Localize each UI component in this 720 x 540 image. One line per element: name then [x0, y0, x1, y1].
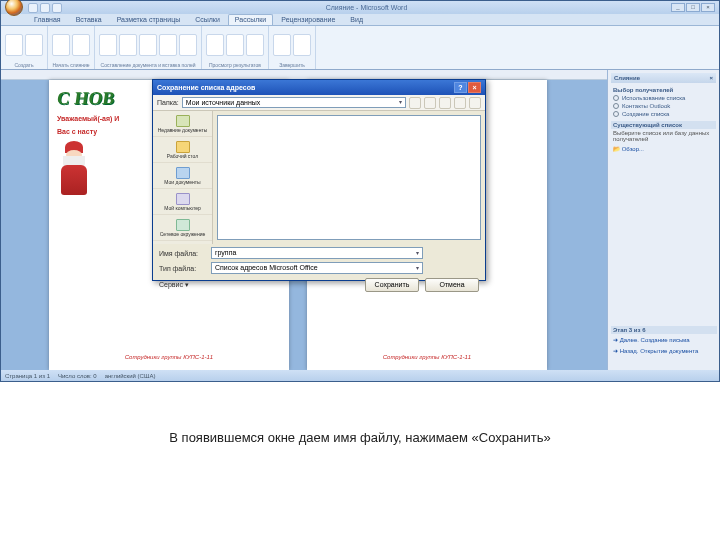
- filetype-combo[interactable]: Список адресов Microsoft Office: [211, 262, 423, 274]
- dialog-toolbar: Папка: Мои источники данных: [153, 95, 485, 111]
- radio-icon: [613, 111, 619, 117]
- office-button[interactable]: [5, 0, 23, 16]
- folder-icon: [176, 115, 190, 127]
- save-button[interactable]: Сохранить: [365, 278, 419, 292]
- ribbon-group-2: Составление документа и вставка полей: [95, 26, 202, 69]
- ribbon-button[interactable]: [99, 34, 117, 56]
- ribbon-group-label: Создать: [14, 62, 33, 68]
- recipient-option-1[interactable]: Контакты Outlook: [611, 102, 716, 110]
- status-words[interactable]: Число слов: 0: [58, 373, 97, 379]
- back-button[interactable]: [409, 97, 421, 109]
- ribbon-group-label: Составление документа и вставка полей: [101, 62, 196, 68]
- folder-icon: [176, 167, 190, 179]
- ribbon-button[interactable]: [293, 34, 311, 56]
- taskpane-subheader: Существующий список: [611, 121, 716, 129]
- ribbon-tabs: ГлавнаяВставкаРазметка страницыСсылкиРас…: [1, 14, 719, 26]
- prev-step-link[interactable]: ➜ Назад. Открытие документа: [611, 345, 717, 356]
- filename-label: Имя файла:: [159, 250, 207, 257]
- status-page[interactable]: Страница 1 из 1: [5, 373, 50, 379]
- ribbon-button[interactable]: [25, 34, 43, 56]
- taskpane-section-title: Выбор получателей: [611, 86, 716, 94]
- ribbon-group-3: Просмотр результатов: [202, 26, 269, 69]
- place-4[interactable]: Сетевое окружение: [153, 215, 212, 241]
- save-as-dialog: Сохранение списка адресов ? × Папка: Мои…: [152, 79, 486, 281]
- tab-1[interactable]: Вставка: [69, 14, 109, 25]
- tools-menu[interactable]: Сервис ▾: [159, 281, 189, 289]
- folder-icon: [176, 219, 190, 231]
- ribbon-group-label: Завершить: [279, 62, 305, 68]
- mailmerge-taskpane: Слияние × Выбор получателей Использовани…: [607, 70, 719, 370]
- taskpane-hint: Выберите список или базу данных получате…: [611, 129, 716, 143]
- ribbon-group-4: Завершить: [269, 26, 316, 69]
- ribbon-button[interactable]: [139, 34, 157, 56]
- tab-4[interactable]: Рассылки: [228, 14, 273, 25]
- status-lang[interactable]: английский (США): [105, 373, 156, 379]
- browse-link[interactable]: 📂 Обзор...: [611, 143, 716, 154]
- slide-caption: В появившемся окне даем имя файлу, нажим…: [0, 430, 720, 445]
- place-2[interactable]: Мои документы: [153, 163, 212, 189]
- views-button[interactable]: [469, 97, 481, 109]
- dialog-close-button[interactable]: ×: [468, 82, 481, 93]
- maximize-button[interactable]: □: [686, 3, 700, 12]
- window-controls: _ □ ×: [671, 3, 715, 12]
- ribbon-button[interactable]: [119, 34, 137, 56]
- filename-input[interactable]: группа: [211, 247, 423, 259]
- ribbon-button[interactable]: [226, 34, 244, 56]
- ribbon-button[interactable]: [72, 34, 90, 56]
- filetype-label: Тип файла:: [159, 265, 207, 272]
- taskpane-section-recipients: Выбор получателей Использование спискаКо…: [611, 86, 716, 118]
- ribbon-button[interactable]: [246, 34, 264, 56]
- tab-2[interactable]: Разметка страницы: [110, 14, 188, 25]
- close-button[interactable]: ×: [701, 3, 715, 12]
- place-3[interactable]: Мой компьютер: [153, 189, 212, 215]
- ribbon-button[interactable]: [273, 34, 291, 56]
- radio-icon: [613, 95, 619, 101]
- dialog-help-button[interactable]: ?: [454, 82, 467, 93]
- delete-button[interactable]: [439, 97, 451, 109]
- radio-icon: [613, 103, 619, 109]
- places-bar: Недавние документыРабочий столМои докуме…: [153, 111, 213, 244]
- status-bar: Страница 1 из 1 Число слов: 0 английский…: [1, 370, 719, 381]
- page-footer: Сотрудники группы КУПС-1-11: [49, 354, 289, 360]
- santa-image: [57, 141, 91, 195]
- place-1[interactable]: Рабочий стол: [153, 137, 212, 163]
- folder-icon: [176, 193, 190, 205]
- dialog-title: Сохранение списка адресов: [157, 84, 255, 91]
- lookin-label: Папка:: [157, 99, 179, 106]
- ribbon-button[interactable]: [179, 34, 197, 56]
- ribbon-group-1: Начать слияние: [48, 26, 95, 69]
- up-button[interactable]: [424, 97, 436, 109]
- window-title: Слияние - Microsoft Word: [62, 4, 671, 11]
- ribbon-button[interactable]: [159, 34, 177, 56]
- ribbon-button[interactable]: [52, 34, 70, 56]
- place-0[interactable]: Недавние документы: [153, 111, 212, 137]
- titlebar: Слияние - Microsoft Word _ □ ×: [1, 1, 719, 14]
- ribbon-button[interactable]: [206, 34, 224, 56]
- newfolder-button[interactable]: [454, 97, 466, 109]
- ribbon-group-label: Начать слияние: [52, 62, 89, 68]
- folder-icon: [176, 141, 190, 153]
- ribbon-button[interactable]: [5, 34, 23, 56]
- cancel-button[interactable]: Отмена: [425, 278, 479, 292]
- ribbon-group-0: Создать: [1, 26, 48, 69]
- file-list[interactable]: [217, 115, 481, 240]
- dialog-titlebar[interactable]: Сохранение списка адресов ? ×: [153, 80, 485, 95]
- tab-5[interactable]: Рецензирование: [274, 14, 342, 25]
- page-footer: Сотрудники группы КУПС-1-11: [307, 354, 547, 360]
- ribbon-group-label: Просмотр результатов: [209, 62, 261, 68]
- tab-3[interactable]: Ссылки: [188, 14, 227, 25]
- tab-0[interactable]: Главная: [27, 14, 68, 25]
- quick-access-toolbar[interactable]: [28, 3, 62, 13]
- minimize-button[interactable]: _: [671, 3, 685, 12]
- tab-6[interactable]: Вид: [343, 14, 370, 25]
- recipient-option-2[interactable]: Создание списка: [611, 110, 716, 118]
- ribbon: СоздатьНачать слияниеСоставление докумен…: [1, 26, 719, 70]
- next-step-link[interactable]: ➜ Далее. Создание письма: [611, 334, 717, 345]
- lookin-combo[interactable]: Мои источники данных: [182, 97, 406, 108]
- taskpane-header: Слияние ×: [611, 73, 716, 83]
- recipient-option-0[interactable]: Использование списка: [611, 94, 716, 102]
- taskpane-title: Слияние: [614, 75, 640, 81]
- taskpane-close-icon[interactable]: ×: [709, 75, 713, 81]
- taskpane-step: Этап 3 из 6: [611, 326, 717, 334]
